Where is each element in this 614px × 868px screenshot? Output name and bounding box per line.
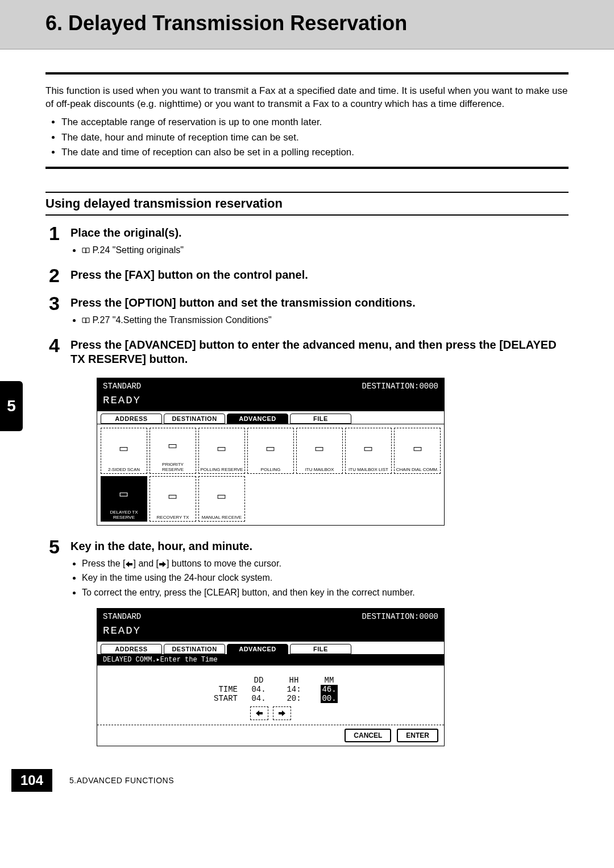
option-icon: ▭ [249,429,292,467]
step-ref-text: P.24 "Setting originals" [92,245,184,255]
option-icon: ▭ [200,478,243,515]
option-icon: ▭ [102,429,146,466]
advanced-icon-grid: ▭2-SIDED SCAN▭PRIORITY RESERVE▭POLLING R… [97,424,444,525]
tab-advanced[interactable]: ADVANCED [227,644,288,654]
option-icon: ▭ [396,429,439,467]
tab-destination[interactable]: DESTINATION [164,414,225,424]
arrow-left-icon [125,561,133,568]
empty-cell [296,476,343,522]
step-sub: Key in the time using the 24-hour clock … [82,571,569,584]
start-dd[interactable]: 04. [244,694,273,703]
tab-file[interactable]: FILE [290,414,351,424]
advanced-option-chain-dial-comm-[interactable]: ▭CHAIN DIAL COMM. [394,428,441,474]
step-title: Place the original(s). [70,226,569,240]
step-5: 5 Key in the date, hour, and minute. Pre… [49,537,569,600]
empty-cell [394,476,441,522]
col-mm: MM [315,676,343,685]
tab-file[interactable]: FILE [290,644,351,654]
advanced-option-delayed-tx-reserve[interactable]: ▭DELAYED TX RESERVE [101,476,147,522]
step-ref: P.27 "4.Setting the Transmission Conditi… [82,313,569,326]
cursor-left-button[interactable] [250,706,268,720]
step-sub: Press the [] and [] buttons to move the … [82,557,569,570]
option-label: POLLING [249,467,292,472]
step-number: 5 [49,537,67,600]
advanced-option-recovery-tx[interactable]: ▭RECOVERY TX [150,476,196,522]
step-sub: To correct the entry, press the [CLEAR] … [82,586,569,599]
screen-tabs: ADDRESS DESTINATION ADVANCED FILE [97,642,444,654]
advanced-option-polling[interactable]: ▭POLLING [247,428,294,474]
advanced-option-2-sided-scan[interactable]: ▭2-SIDED SCAN [101,428,147,473]
step-sub-text: Press the [ [82,559,125,568]
step-3: 3 Press the [OPTION] button and set the … [49,294,569,328]
step-number: 1 [49,224,67,258]
time-hh[interactable]: 14: [280,685,308,694]
step-sub-text: ] buttons to move the cursor. [167,559,281,568]
start-row: START 04. 20: 00. [103,694,438,703]
screen-status-right: DESTINATION:0000 [362,612,438,621]
book-icon [82,247,90,254]
col-hh: HH [280,676,308,685]
col-dd: DD [244,676,273,685]
step-ref-text: P.27 "4.Setting the Transmission Conditi… [92,315,271,325]
device-screen-time-entry: STANDARD DESTINATION:0000 READY ADDRESS … [97,608,445,746]
option-icon: ▭ [151,478,194,515]
advanced-option-itu-mailbox-list[interactable]: ▭ITU MAILBOX LIST [345,428,392,474]
option-label: CHAIN DIAL COMM. [396,467,439,472]
intro-bullet: The acceptable range of reservation is u… [61,115,569,130]
screen-instruction: DELAYED COMM.▸Enter the Time [97,654,444,665]
intro-bullet: The date, hour and minute of reception t… [61,131,569,145]
tab-destination[interactable]: DESTINATION [164,644,225,654]
cursor-right-button[interactable] [273,706,291,720]
step-2: 2 Press the [FAX] button on the control … [49,266,569,286]
time-mm[interactable]: 46. [315,685,343,694]
option-label: MANUAL RECEIVE [200,515,243,520]
arrow-right-icon [159,561,167,568]
step-ref: P.24 "Setting originals" [82,243,569,257]
option-label: ITU MAILBOX [298,467,341,472]
option-label: 2-SIDED SCAN [102,467,146,472]
advanced-option-itu-mailbox[interactable]: ▭ITU MAILBOX [296,428,343,474]
step-title: Press the [FAX] button on the control pa… [70,268,569,282]
screen-status-left: STANDARD [103,382,141,391]
option-icon: ▭ [151,429,194,461]
option-icon: ▭ [298,429,341,467]
step-number: 2 [49,266,67,286]
time-row: TIME 04. 14: 46. [103,685,438,694]
step-1: 1 Place the original(s). P.24 "Setting o… [49,224,569,258]
start-hh[interactable]: 20: [280,694,308,703]
time-dd[interactable]: 04. [244,685,273,694]
intro-bullets: The acceptable range of reservation is u… [61,115,569,160]
advanced-option-manual-receive[interactable]: ▭MANUAL RECEIVE [198,476,245,522]
tab-address[interactable]: ADDRESS [101,414,162,424]
chapter-tab: 5 [0,381,23,431]
option-label: PRIORITY RESERVE [151,462,194,472]
option-icon: ▭ [200,429,243,466]
option-label: DELAYED TX RESERVE [102,510,146,520]
section-title: Using delayed transmission reservation [45,192,569,216]
intro-text: This function is used when you want to t… [45,85,569,111]
step-title: Key in the date, hour, and minute. [70,539,569,553]
tab-address[interactable]: ADDRESS [101,644,162,654]
rule-bottom [45,167,569,169]
step-title: Press the [ADVANCED] button to enter the… [70,338,569,366]
advanced-option-polling-reserve[interactable]: ▭POLLING RESERVE [198,428,245,473]
device-screen-advanced-menu: STANDARD DESTINATION:0000 READY ADDRESS … [97,378,445,526]
start-mm[interactable]: 00. [315,694,343,703]
empty-cell [345,476,392,522]
enter-button[interactable]: ENTER [397,729,438,742]
tab-advanced[interactable]: ADVANCED [227,414,288,424]
footer-label: 5.ADVANCED FUNCTIONS [69,776,174,785]
screen-ready: READY [97,625,444,642]
advanced-option-priority-reserve[interactable]: ▭PRIORITY RESERVE [150,428,196,473]
time-header-row: DD HH MM [103,676,438,685]
screen-status-right: DESTINATION:0000 [362,382,438,391]
option-icon: ▭ [347,429,390,467]
page-title: 6. Delayed Transmission Reservation [45,11,580,35]
cancel-button[interactable]: CANCEL [345,729,391,742]
option-icon: ▭ [102,478,146,510]
step-number: 3 [49,294,67,328]
rule-top [45,72,569,75]
screen-tabs: ADDRESS DESTINATION ADVANCED FILE [97,411,444,424]
option-label: ITU MAILBOX LIST [347,467,390,472]
screen-status-left: STANDARD [103,612,141,621]
